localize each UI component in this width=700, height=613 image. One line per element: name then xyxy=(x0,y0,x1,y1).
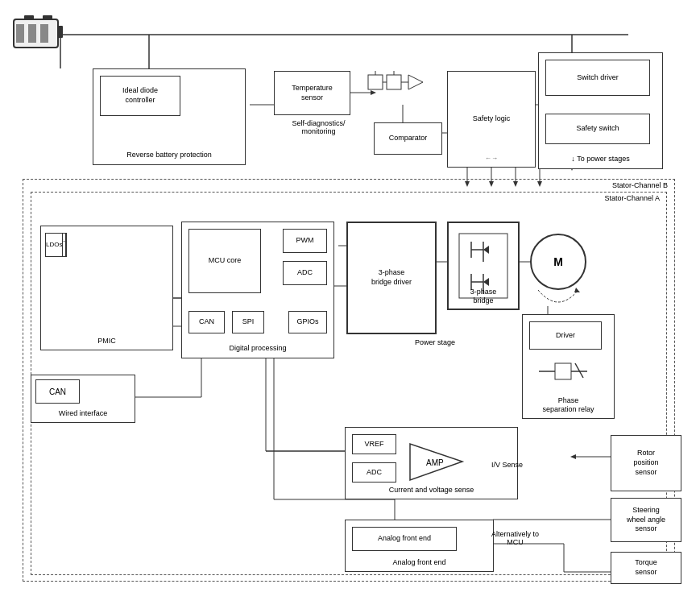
can-mcu-block: CAN xyxy=(188,311,225,333)
motor-rotation-arrow xyxy=(530,286,586,318)
svg-marker-90 xyxy=(483,278,489,286)
three-phase-driver-block: 3-phasebridge driver xyxy=(346,222,437,334)
wired-interface-label: Wired interface xyxy=(31,409,135,419)
digital-processing-label: Digital processing xyxy=(182,344,333,354)
power-stage-label: Power stage xyxy=(346,338,524,346)
motor-block: M xyxy=(530,234,586,290)
switch-driver-inner: Switch driver xyxy=(545,60,650,96)
to-power-stages-label: ↓ To power stages xyxy=(539,155,662,164)
phase-sep-label: Phaseseparation relay xyxy=(523,396,614,415)
three-phase-bridge-block: 3-phasebridge xyxy=(447,222,520,310)
svg-rect-76 xyxy=(387,75,401,89)
phase-sep-outer: Driver Phaseseparation relay xyxy=(522,314,615,419)
driver-inner-block: Driver xyxy=(529,321,602,350)
spi-mcu-block: SPI xyxy=(232,311,264,333)
steering-wheel-sensor-block: Steeringwheel anglesensor xyxy=(611,498,681,542)
pmic-label: PMIC xyxy=(41,337,172,346)
rotor-position-sensor-block: Rotorpositionsensor xyxy=(611,435,681,491)
svg-rect-74 xyxy=(43,15,52,20)
analog-front-end-outer: Analog front end Analog front end xyxy=(345,520,494,572)
svg-rect-69 xyxy=(58,26,63,38)
svg-rect-72 xyxy=(40,24,48,43)
svg-rect-92 xyxy=(555,363,571,379)
svg-text:AMP: AMP xyxy=(426,458,444,467)
temp-sensor-block: Temperaturesensor xyxy=(274,71,350,115)
pmic-block: SensorDC/DC DC/DC SPI Super-visor WDT LD… xyxy=(40,226,173,350)
ldos-block: LDOs xyxy=(45,233,63,257)
svg-marker-91 xyxy=(574,288,580,292)
safety-logic-label: Safety logic xyxy=(473,114,511,124)
pwm-block: PWM xyxy=(283,229,327,253)
svg-marker-77 xyxy=(408,75,423,89)
reverse-battery-label: Reverse battery protection xyxy=(93,151,245,160)
svg-rect-70 xyxy=(16,24,24,43)
mcu-core-block: MCU core xyxy=(188,229,261,293)
logic-gates xyxy=(367,71,431,115)
amp-symbol: AMP xyxy=(406,440,470,484)
relay-symbol xyxy=(539,355,599,387)
adc-mcu-block: ADC xyxy=(283,261,327,285)
svg-line-95 xyxy=(575,363,583,378)
ideal-diode-inner: Ideal diodecontroller xyxy=(100,76,180,116)
analog-front-end-label: Analog front end xyxy=(346,558,493,568)
alternatively-label: Alternatively toMCU xyxy=(491,530,539,546)
can-wired-block: CAN xyxy=(35,379,80,404)
svg-rect-73 xyxy=(24,15,34,20)
iv-sense-label: I/V Sense xyxy=(491,461,523,469)
svg-marker-86 xyxy=(483,246,489,254)
torque-sensor-block: Torquesensor xyxy=(611,552,681,584)
diagram: Ideal diodecontroller Reverse battery pr… xyxy=(0,0,700,613)
adc-sense-block: ADC xyxy=(352,462,396,483)
svg-rect-71 xyxy=(28,24,36,43)
svg-rect-75 xyxy=(368,75,383,89)
comparator-block: Comparator xyxy=(374,122,442,155)
gpios-block: GPIOs xyxy=(288,311,327,333)
ideal-diode-block: Ideal diodecontroller Reverse battery pr… xyxy=(93,68,246,165)
vref-block: VREF xyxy=(352,434,396,454)
analog-front-end-inner: Analog front end xyxy=(352,527,457,551)
self-diag-label: Self-diagnostics/monitoring xyxy=(280,119,357,135)
wired-interface-block: CAN Wired interface xyxy=(31,375,135,423)
battery-icon xyxy=(12,10,64,54)
switch-driver-outer: Switch driver Safety switch ↓ To power s… xyxy=(538,52,663,169)
stator-channel-a-label: Stator-Channel A xyxy=(604,194,660,204)
digital-processing-block: MCU core PWM ADC CAN SPI GPIOs Digital p… xyxy=(181,222,334,358)
safety-switch-inner: Safety switch xyxy=(545,114,650,144)
stator-channel-b-label: Stator-Channel B xyxy=(612,181,668,191)
current-voltage-label: Current and voltage sense xyxy=(346,486,517,495)
safety-logic-block: Safety logic ←→ xyxy=(447,71,536,168)
